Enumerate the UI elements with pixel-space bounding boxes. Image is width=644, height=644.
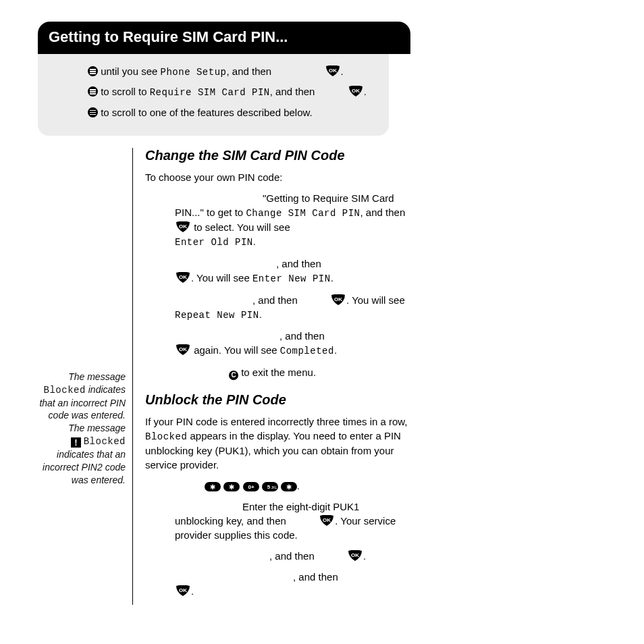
lcd-text: Change SIM Card PIN	[246, 208, 360, 219]
text: , and then	[293, 571, 338, 583]
text: .	[341, 65, 344, 77]
ok-icon	[175, 344, 191, 356]
text: If your PIN code is entered incorrectly …	[145, 416, 408, 427]
svg-text:0+: 0+	[248, 484, 254, 490]
section-heading: Unblock the PIN Code	[145, 392, 408, 408]
ok-icon	[175, 272, 191, 284]
text: . You will see	[191, 272, 252, 284]
margin-note: The message Blocked indicates that an in…	[38, 371, 132, 606]
text: , and then	[226, 65, 274, 77]
lcd-text: Completed	[280, 346, 334, 356]
text: .	[297, 480, 300, 491]
main-column: Change the SIM Card PIN Code To choose y…	[132, 148, 408, 606]
lcd-text: Enter Old PIN	[175, 237, 253, 248]
content-row: The message Blocked indicates that an in…	[38, 148, 617, 606]
ok-icon	[330, 294, 346, 306]
instr-line-3: to scroll to one of the features describ…	[88, 105, 378, 121]
text: to scroll to one of the features describ…	[98, 107, 313, 118]
lcd-text: Blocked	[84, 436, 126, 447]
step-3: , and then . You will see Repeat New PIN…	[145, 293, 408, 323]
instruction-box: until you see Phone Setup, and then . to…	[38, 54, 389, 136]
step-1: "Getting to Require SIM Card PIN..." to …	[145, 191, 408, 250]
step-newpin: , and then .	[145, 549, 408, 563]
text: , and then	[270, 86, 318, 97]
lcd-text: Repeat New PIN	[175, 310, 259, 321]
svg-text:✱: ✱	[210, 483, 215, 491]
menu-icon	[88, 66, 98, 76]
exclamation-icon: !	[71, 437, 81, 448]
section-heading: Change the SIM Card PIN Code	[145, 148, 408, 163]
svg-text:JKL: JKL	[271, 485, 277, 489]
star-key-icon: ✱	[205, 482, 221, 491]
menu-icon	[88, 107, 98, 117]
page: Getting to Require SIM Card PIN... until…	[0, 0, 644, 632]
ok-icon	[175, 221, 191, 233]
text: to select. You will see	[191, 221, 290, 233]
ok-icon	[325, 65, 341, 77]
step-2: , and then . You will see Enter New PIN.	[145, 257, 408, 286]
text: .	[331, 272, 333, 284]
text: .	[334, 344, 337, 356]
svg-text:✱: ✱	[286, 483, 292, 491]
step-4: , and then again. You will see Completed…	[145, 329, 408, 358]
paragraph: If your PIN code is entered incorrectly …	[145, 414, 408, 473]
text: to exit the menu.	[238, 367, 316, 378]
text: .	[364, 86, 367, 97]
lcd-text: Blocked	[44, 385, 86, 396]
ok-icon	[175, 585, 191, 597]
note-text: indicates that an incorrect PIN2 code wa…	[43, 449, 126, 485]
lcd-text: Enter New PIN	[252, 273, 331, 284]
lcd-text: Phone Setup	[161, 67, 227, 78]
instr-line-2: to scroll to Require SIM Card PIN, and t…	[88, 84, 378, 100]
text: to scroll to	[98, 86, 150, 97]
menu-icon	[88, 86, 98, 97]
text: , and then	[269, 550, 317, 562]
text: , and then	[252, 294, 300, 306]
c-icon: C	[229, 371, 238, 380]
five-key-icon: 5JKL	[262, 482, 278, 491]
star-key-icon: ✱	[223, 482, 240, 491]
svg-text:5: 5	[267, 484, 270, 490]
lcd-text: Blocked	[145, 431, 187, 442]
intro-text: To choose your own PIN code:	[145, 170, 408, 184]
star-key-icon: ✱	[281, 482, 297, 491]
lcd-text: Require SIM Card PIN	[150, 87, 270, 98]
ok-icon	[319, 515, 335, 527]
note-text: The message	[68, 371, 126, 382]
page-title: Getting to Require SIM Card PIN...	[38, 22, 410, 54]
text: .	[253, 236, 256, 247]
step-puk: Enter the eight-digit PUK1 unblocking ke…	[145, 500, 408, 542]
ok-icon	[347, 550, 363, 562]
svg-text:✱: ✱	[229, 483, 234, 491]
text: again. You will see	[191, 344, 280, 356]
instr-line-1: until you see Phone Setup, and then .	[88, 63, 378, 80]
text: , and then	[360, 207, 406, 218]
text: . You will see	[346, 294, 405, 306]
text: .	[363, 550, 366, 562]
text: until you see	[98, 65, 161, 77]
text: .	[259, 308, 262, 320]
step-repeat: , and then .	[145, 570, 408, 598]
text: , and then	[279, 330, 325, 342]
ok-icon	[348, 86, 364, 97]
text: , and then	[276, 258, 321, 269]
step-keys: ✱ ✱ 0+ 5JKL ✱.	[145, 479, 408, 493]
step-5: C to exit the menu.	[145, 365, 408, 380]
text: .	[191, 585, 194, 597]
zero-key-icon: 0+	[243, 482, 259, 491]
